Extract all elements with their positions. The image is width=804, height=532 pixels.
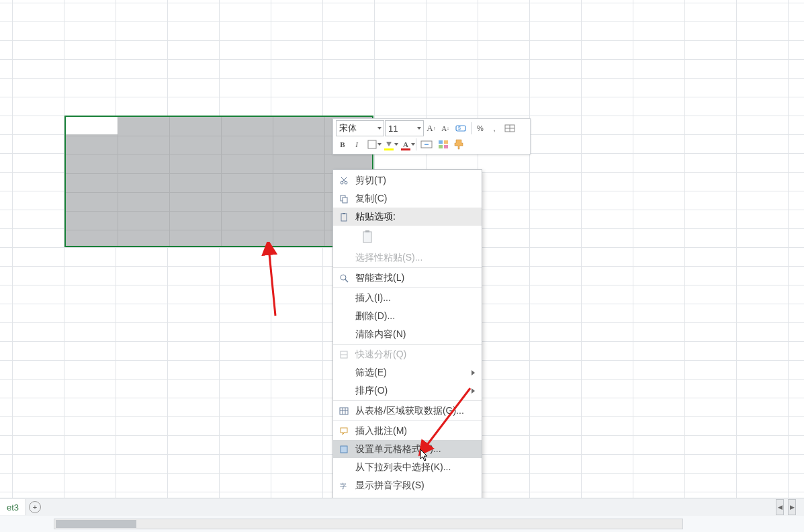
menu-filter[interactable]: 筛选(E) [333, 363, 482, 382]
svg-rect-9 [444, 140, 448, 144]
format-painter-button[interactable] [452, 138, 465, 151]
decrease-font-button[interactable]: A↓ [439, 122, 452, 135]
svg-text:字: 字 [340, 482, 347, 490]
menu-format-cells-label: 设置单元格格式(F)... [355, 443, 441, 455]
scrollbar-thumb[interactable] [56, 520, 136, 528]
menu-smart-lookup[interactable]: 智能查找(L) [333, 269, 482, 287]
chevron-down-icon [417, 127, 421, 130]
menu-format-cells[interactable]: 设置单元格格式(F)... [333, 440, 482, 458]
menu-pick-from-dropdown-label: 从下拉列表中选择(K)... [355, 461, 451, 474]
menu-clear-contents[interactable]: 清除内容(N) [333, 325, 482, 343]
font-family-select[interactable]: 宋体 [336, 120, 384, 136]
menu-delete-label: 删除(D)... [355, 310, 395, 322]
separator [471, 122, 472, 134]
copy-icon [339, 193, 349, 204]
separator [333, 400, 482, 401]
mini-toolbar: 宋体 11 A↑ A↓ $ % , B I A [332, 118, 531, 154]
accounting-format-button[interactable]: $ [453, 122, 469, 135]
menu-show-pinyin[interactable]: 字 显示拼音字段(S) [333, 476, 482, 494]
svg-rect-17 [343, 197, 347, 203]
italic-button[interactable]: I [350, 138, 363, 151]
separator [333, 287, 482, 288]
horizontal-scrollbar[interactable] [0, 516, 804, 532]
cell-selection[interactable] [64, 116, 373, 247]
paste-icon [357, 228, 381, 247]
svg-point-22 [341, 275, 346, 280]
cell-styles-button[interactable] [435, 138, 451, 151]
tab-scroll-right[interactable]: ▶ [788, 499, 796, 515]
menu-copy[interactable]: 复制(C) [333, 189, 482, 208]
svg-rect-21 [365, 230, 369, 232]
table-icon [339, 406, 349, 416]
sheet-tab-bar: et3 + ◀ ▶ [0, 498, 804, 516]
svg-rect-19 [343, 213, 345, 214]
context-menu: 剪切(T) 复制(C) 粘贴选项: 选择性粘贴(S)... 智能查找(L) 插入… [332, 169, 482, 532]
svg-line-23 [345, 279, 348, 282]
menu-cut-label: 剪切(T) [355, 175, 386, 187]
comment-icon [339, 426, 349, 437]
menu-paste-special-label: 选择性粘贴(S)... [355, 252, 422, 264]
add-sheet-button[interactable]: + [26, 498, 44, 516]
menu-smart-lookup-label: 智能查找(L) [355, 272, 404, 284]
menu-insert[interactable]: 插入(I)... [333, 289, 482, 307]
chevron-down-icon [377, 127, 382, 130]
comma-style-button[interactable]: , [488, 122, 501, 135]
pinyin-icon: 字 [339, 480, 349, 491]
menu-paste-options-header: 粘贴选项: [333, 208, 482, 226]
quick-analysis-icon [339, 349, 349, 360]
svg-text:$: $ [458, 126, 461, 130]
chevron-right-icon [472, 388, 475, 394]
separator [416, 138, 416, 150]
menu-copy-label: 复制(C) [355, 193, 387, 205]
separator [333, 420, 482, 421]
menu-cut[interactable]: 剪切(T) [333, 171, 482, 189]
font-family-value: 宋体 [339, 122, 357, 134]
menu-insert-comment[interactable]: 插入批注(M) [333, 422, 482, 440]
tab-scroll-left[interactable]: ◀ [776, 499, 784, 515]
menu-pick-from-dropdown[interactable]: 从下拉列表中选择(K)... [333, 458, 482, 476]
menu-quick-analysis: 快速分析(Q) [333, 345, 482, 363]
conditional-format-button[interactable] [502, 122, 518, 135]
svg-rect-20 [363, 232, 371, 242]
menu-sort-label: 排序(O) [355, 385, 388, 397]
increase-font-button[interactable]: A↑ [425, 122, 438, 135]
fill-color-swatch [384, 148, 394, 150]
chevron-right-icon [472, 370, 475, 375]
font-color-swatch [401, 148, 410, 150]
format-cells-icon [339, 444, 349, 455]
scissors-icon [339, 175, 349, 186]
plus-icon: + [29, 501, 41, 513]
percent-button[interactable]: % [474, 122, 487, 135]
svg-rect-31 [341, 446, 347, 453]
sheet-tab-label: et3 [7, 502, 19, 513]
svg-rect-8 [439, 140, 443, 144]
menu-paste-options-label: 粘贴选项: [355, 211, 396, 223]
menu-delete[interactable]: 删除(D)... [333, 307, 482, 325]
separator [333, 344, 482, 345]
sheet-tab[interactable]: et3 [0, 499, 26, 515]
menu-quick-analysis-label: 快速分析(Q) [355, 349, 406, 361]
border-button[interactable] [364, 138, 380, 151]
font-size-select[interactable]: 11 [385, 120, 424, 136]
svg-rect-11 [444, 145, 448, 148]
font-size-value: 11 [388, 124, 398, 134]
menu-clear-contents-label: 清除内容(N) [355, 328, 406, 341]
search-icon [339, 273, 349, 283]
scrollbar-track[interactable] [54, 519, 683, 529]
font-color-button[interactable]: A [398, 138, 414, 151]
menu-paste-special: 选择性粘贴(S)... [333, 249, 482, 267]
menu-paste-values[interactable] [333, 226, 482, 249]
fill-color-button[interactable] [381, 138, 397, 151]
menu-insert-label: 插入(I)... [355, 292, 391, 304]
selection-inner-grid [66, 117, 372, 246]
menu-get-data-from-table[interactable]: 从表格/区域获取数据(G)... [333, 402, 482, 420]
svg-rect-5 [368, 140, 376, 148]
clipboard-icon [339, 212, 349, 222]
menu-insert-comment-label: 插入批注(M) [355, 425, 407, 437]
merge-cells-button[interactable] [418, 138, 435, 151]
bold-button[interactable]: B [336, 138, 349, 151]
separator [333, 267, 482, 268]
menu-show-pinyin-label: 显示拼音字段(S) [355, 480, 425, 492]
menu-get-data-label: 从表格/区域获取数据(G)... [355, 405, 464, 417]
menu-sort[interactable]: 排序(O) [333, 382, 482, 400]
